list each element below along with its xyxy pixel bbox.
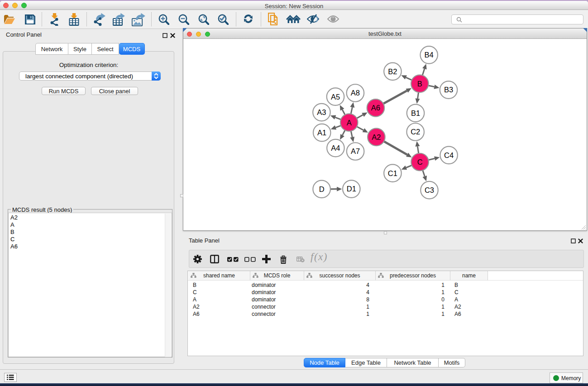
svg-text:B2: B2 [388,67,397,76]
svg-text:A8: A8 [351,89,360,97]
svg-text:C4: C4 [444,151,454,159]
svg-text:D1: D1 [347,185,356,193]
svg-text:A5: A5 [331,93,340,101]
svg-text:B: B [417,80,422,88]
svg-text:A2: A2 [372,133,381,141]
svg-text:B3: B3 [444,86,453,94]
svg-text:C: C [417,158,423,166]
svg-text:A1: A1 [317,129,326,137]
svg-text:B4: B4 [425,51,434,59]
svg-text:C2: C2 [411,128,420,136]
svg-text:D: D [319,185,325,193]
svg-text:A7: A7 [351,147,360,155]
svg-text:C1: C1 [388,169,397,177]
svg-text:A3: A3 [317,108,326,116]
svg-text:B1: B1 [411,109,420,117]
svg-text:A: A [347,119,352,127]
svg-text:A4: A4 [331,144,340,152]
svg-text:A6: A6 [371,104,380,112]
svg-text:C3: C3 [425,186,434,194]
